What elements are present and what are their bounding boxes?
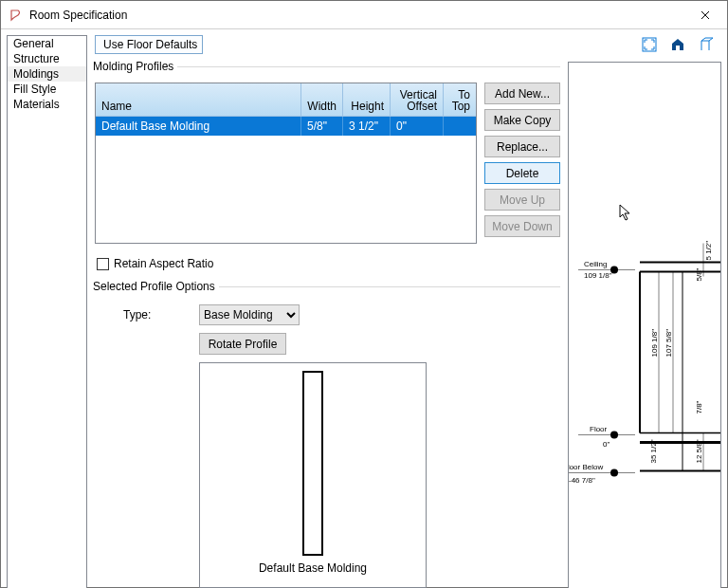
sidebar-item-fill-style[interactable]: Fill Style — [8, 82, 86, 97]
add-new-button[interactable]: Add New... — [484, 83, 560, 104]
retain-aspect-label: Retain Aspect Ratio — [114, 257, 213, 270]
svg-rect-1 — [676, 46, 680, 50]
lbl-ceiling-val: 109 1/8" — [584, 271, 612, 280]
sidebar-item-structure[interactable]: Structure — [8, 51, 86, 66]
molding-profiles-group: Molding Profiles Name Width Height Verti… — [95, 60, 560, 244]
profiles-table[interactable]: Name Width Height Vertical Offset To Top… — [95, 83, 477, 244]
view-icons — [640, 35, 719, 54]
content-pane: General Structure Moldings Fill Style Ma… — [1, 29, 727, 588]
profile-shape — [302, 371, 323, 556]
lbl-ceiling: Ceiling — [584, 260, 607, 268]
app-icon — [9, 8, 24, 23]
make-copy-button[interactable]: Make Copy — [484, 109, 560, 131]
move-up-button: Move Up — [484, 189, 560, 211]
titlebar: Room Specification — [1, 1, 727, 29]
profile-preview: Default Base Molding — [199, 362, 427, 588]
move-down-button: Move Down — [484, 215, 560, 237]
main-panel: Use Floor Defaults Molding Profiles Name… — [87, 29, 727, 588]
sidebar-item-moldings[interactable]: Moldings — [8, 66, 86, 82]
col-vertical-offset[interactable]: Vertical Offset — [391, 83, 444, 116]
sidebar-item-materials[interactable]: Materials — [8, 97, 86, 112]
use-floor-defaults-label: Use Floor Defaults — [103, 38, 197, 51]
dim-c: 5 1/2" — [704, 241, 713, 261]
delete-button[interactable]: Delete — [484, 162, 560, 184]
profile-caption: Default Base Molding — [259, 561, 367, 575]
col-name[interactable]: Name — [96, 83, 301, 116]
retain-aspect-checkbox[interactable]: Retain Aspect Ratio — [97, 257, 560, 270]
table-row[interactable]: Default Base Molding 5/8" 3 1/2" 0" — [96, 117, 476, 136]
replace-button[interactable]: Replace... — [484, 136, 560, 157]
elevation-icon[interactable] — [668, 35, 687, 54]
col-height[interactable]: Height — [343, 83, 391, 116]
col-to-top[interactable]: To Top — [444, 83, 476, 116]
lbl-floor: Floor — [590, 425, 608, 433]
close-button[interactable] — [683, 1, 727, 29]
molding-profiles-legend: Molding Profiles — [93, 60, 177, 73]
dim-b: 107 5/8" — [664, 329, 673, 358]
sidebar-item-general[interactable]: General — [8, 36, 86, 51]
selected-profile-legend: Selected Profile Options — [93, 280, 219, 293]
cell-width: 5/8" — [301, 117, 343, 136]
cell-voffset: 0" — [391, 117, 444, 136]
category-sidebar: General Structure Moldings Fill Style Ma… — [7, 35, 87, 588]
dim-d: 7/8" — [695, 400, 703, 413]
cell-totop — [444, 117, 476, 136]
dim-g: 35 1/2" — [649, 439, 658, 463]
table-header: Name Width Height Vertical Offset To Top — [96, 83, 476, 117]
dim-f: 5/8" — [695, 267, 703, 281]
checkbox-icon — [97, 258, 109, 270]
dim-a: 109 1/8" — [650, 329, 659, 358]
section-preview[interactable]: Ceiling 109 1/8" Floor 0" Floor Below -4… — [568, 62, 721, 588]
selected-profile-options-group: Selected Profile Options Type: Base Mold… — [95, 280, 560, 588]
type-label: Type: — [123, 308, 180, 322]
window-title: Room Specification — [29, 9, 683, 22]
cell-height: 3 1/2" — [343, 117, 391, 136]
use-floor-defaults-checkbox[interactable]: Use Floor Defaults — [95, 35, 203, 54]
expand-icon[interactable] — [640, 35, 659, 54]
dialog-window: Room Specification General Structure Mol… — [0, 0, 728, 588]
lbl-floor-below-val: -46 7/8" — [569, 476, 595, 485]
cell-name: Default Base Molding — [96, 117, 301, 136]
lbl-floor-val: 0" — [603, 440, 610, 449]
rotate-profile-button[interactable]: Rotate Profile — [199, 333, 286, 355]
section-icon[interactable] — [697, 35, 716, 54]
profile-buttons: Add New... Make Copy Replace... Delete M… — [484, 83, 560, 244]
col-width[interactable]: Width — [301, 83, 343, 116]
dim-e: 12 5/8" — [695, 439, 703, 463]
type-select[interactable]: Base Molding — [199, 304, 300, 325]
lbl-floor-below: Floor Below — [569, 463, 603, 471]
